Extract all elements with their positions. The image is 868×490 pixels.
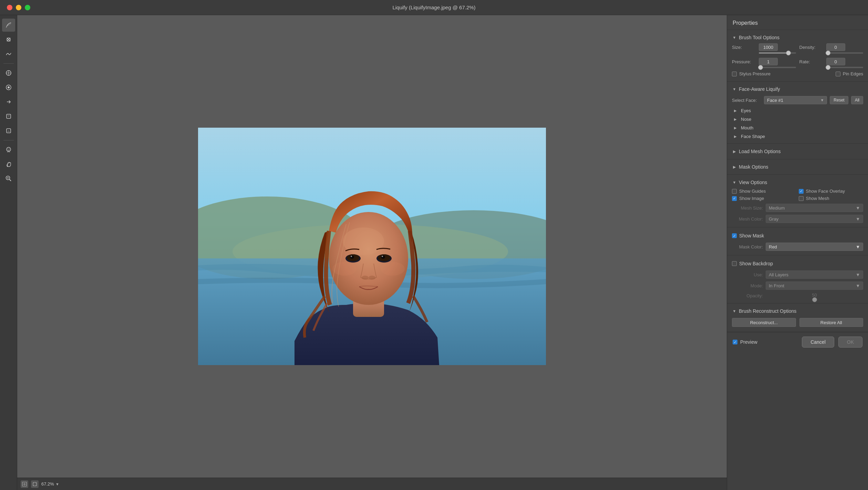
rate-label: Rate: bbox=[799, 59, 824, 64]
rate-value[interactable]: 0 bbox=[826, 58, 845, 65]
all-button[interactable]: All bbox=[851, 96, 863, 104]
face-shape-subsection[interactable]: ▶ Face Shape bbox=[727, 132, 868, 141]
show-mask-label: Show Mask bbox=[739, 233, 764, 238]
svg-point-32 bbox=[381, 262, 405, 276]
brush-tool-options-header[interactable]: ▼ Brush Tool Options bbox=[727, 33, 868, 42]
brush-reconstruct-header[interactable]: ▼ Brush Reconstruct Options bbox=[727, 306, 868, 316]
brush-options-chevron-icon: ▼ bbox=[732, 35, 737, 40]
nose-subsection[interactable]: ▶ Nose bbox=[727, 115, 868, 124]
bloat-tool-button[interactable] bbox=[2, 81, 15, 94]
face-tool-button[interactable] bbox=[2, 143, 15, 156]
face-aware-liquify-section: ▼ Face-Aware Liquify Select Face: Face #… bbox=[727, 82, 868, 144]
mesh-color-arrow-icon: ▼ bbox=[856, 216, 860, 222]
pin-edges-checkbox[interactable] bbox=[836, 72, 840, 76]
push-left-tool-button[interactable] bbox=[2, 95, 15, 108]
show-guides-checkbox[interactable] bbox=[732, 189, 737, 194]
use-dropdown[interactable]: All Layers ▼ bbox=[766, 270, 863, 279]
show-image-label: Show Image bbox=[739, 196, 764, 201]
canvas-container[interactable] bbox=[17, 15, 727, 478]
warp-tool-button[interactable] bbox=[2, 19, 15, 32]
mouth-subsection[interactable]: ▶ Mouth bbox=[727, 124, 868, 132]
close-button[interactable] bbox=[7, 5, 12, 10]
canvas-footer: 67.2% ▼ bbox=[17, 478, 727, 490]
zoom-display[interactable]: 67.2% ▼ bbox=[41, 481, 59, 487]
density-slider[interactable] bbox=[826, 52, 864, 54]
eyes-chevron-icon: ▶ bbox=[734, 109, 738, 113]
cancel-button[interactable]: Cancel bbox=[802, 337, 834, 348]
right-panel: Properties ▼ Brush Tool Options Size: 10… bbox=[727, 15, 868, 490]
mode-value: In Front bbox=[769, 283, 784, 288]
show-mask-check[interactable]: Show Mask bbox=[727, 230, 868, 241]
smooth-tool-button[interactable] bbox=[2, 47, 15, 61]
show-backdrop-check[interactable]: Show Backdrop bbox=[727, 258, 868, 269]
mesh-color-dropdown[interactable]: Gray ▼ bbox=[766, 215, 863, 223]
size-slider[interactable] bbox=[759, 52, 796, 54]
opacity-label: Opacity: bbox=[732, 293, 763, 298]
view-options-header[interactable]: ▼ View Options bbox=[727, 178, 868, 187]
pucker-tool-button[interactable] bbox=[2, 66, 15, 79]
minimize-button[interactable] bbox=[16, 5, 21, 10]
density-value[interactable]: 0 bbox=[826, 43, 845, 51]
mask-color-row: Mask Color: Red ▼ bbox=[727, 241, 868, 252]
load-mesh-options-label: Load Mesh Options bbox=[739, 149, 781, 154]
svg-point-20 bbox=[343, 227, 384, 255]
use-arrow-icon: ▼ bbox=[856, 272, 860, 277]
stylus-pressure-check[interactable]: Stylus Pressure bbox=[732, 71, 771, 76]
show-mesh-check[interactable]: Show Mesh bbox=[799, 196, 864, 201]
show-image-check[interactable]: Show Image bbox=[732, 196, 797, 201]
show-guides-check[interactable]: Show Guides bbox=[732, 189, 797, 194]
rate-slider[interactable] bbox=[826, 67, 864, 68]
thaw-mask-tool-button[interactable] bbox=[2, 124, 15, 137]
mask-color-dropdown[interactable]: Red ▼ bbox=[766, 243, 863, 251]
maximize-button[interactable] bbox=[25, 5, 30, 10]
show-mask-checkbox[interactable] bbox=[732, 233, 737, 238]
panel-title: Properties bbox=[727, 15, 868, 30]
mouth-label: Mouth bbox=[741, 125, 753, 130]
brush-reconstruct-label: Brush Reconstruct Options bbox=[739, 308, 796, 314]
show-image-checkbox[interactable] bbox=[732, 196, 737, 201]
svg-point-8 bbox=[9, 149, 10, 149]
show-mesh-checkbox[interactable] bbox=[799, 196, 804, 201]
freeze-mask-tool-button[interactable] bbox=[2, 110, 15, 123]
left-toolbar bbox=[0, 15, 17, 490]
zoom-tool-button[interactable] bbox=[2, 172, 15, 185]
preview-checkbox[interactable] bbox=[733, 340, 737, 344]
reconstruct-tool-button[interactable] bbox=[2, 33, 15, 46]
hand-tool-button[interactable] bbox=[2, 158, 15, 171]
pressure-value[interactable]: 1 bbox=[759, 58, 778, 65]
select-face-dropdown[interactable]: Face #1 ▼ bbox=[764, 96, 827, 104]
mode-dropdown[interactable]: In Front ▼ bbox=[766, 281, 863, 290]
pressure-label: Pressure: bbox=[732, 59, 756, 64]
mesh-size-dropdown[interactable]: Medium ▼ bbox=[766, 204, 863, 212]
pressure-slider[interactable] bbox=[759, 67, 796, 68]
new-view-icon[interactable] bbox=[21, 480, 28, 488]
show-face-overlay-checkbox[interactable] bbox=[799, 189, 804, 194]
mask-options-header[interactable]: ▶ Mask Options bbox=[727, 162, 868, 172]
face-aware-liquify-header[interactable]: ▼ Face-Aware Liquify bbox=[727, 84, 868, 94]
size-value[interactable]: 1000 bbox=[759, 43, 778, 51]
face-shape-chevron-icon: ▶ bbox=[734, 135, 738, 138]
mesh-color-value: Gray bbox=[769, 216, 778, 222]
restore-all-button[interactable]: Restore All bbox=[799, 318, 864, 327]
show-backdrop-checkbox[interactable] bbox=[732, 261, 737, 266]
brush-tool-options-section: ▼ Brush Tool Options Size: 1000 bbox=[727, 30, 868, 82]
eyes-subsection[interactable]: ▶ Eyes bbox=[727, 106, 868, 115]
reset-button[interactable]: Reset bbox=[830, 96, 848, 104]
canvas-image[interactable] bbox=[198, 128, 546, 365]
stylus-pin-row: Stylus Pressure Pin Edges bbox=[727, 69, 868, 78]
fit-view-icon[interactable] bbox=[31, 480, 39, 488]
svg-point-27 bbox=[381, 255, 385, 259]
use-label: Use: bbox=[732, 272, 763, 277]
brush-tool-options-label: Brush Tool Options bbox=[739, 35, 779, 40]
ok-button[interactable]: OK bbox=[838, 337, 862, 348]
stylus-pressure-checkbox[interactable] bbox=[732, 72, 737, 76]
mesh-size-label: Mesh Size: bbox=[732, 205, 763, 211]
toolbar-divider-1 bbox=[3, 63, 14, 64]
mesh-size-row: Mesh Size: Medium ▼ bbox=[727, 202, 868, 213]
density-label: Density: bbox=[799, 45, 824, 50]
show-backdrop-label: Show Backdrop bbox=[739, 261, 773, 266]
load-mesh-options-header[interactable]: ▶ Load Mesh Options bbox=[727, 147, 868, 156]
reconstruct-button[interactable]: Reconstruct... bbox=[732, 318, 796, 327]
pin-edges-check[interactable]: Pin Edges bbox=[836, 71, 863, 76]
show-face-overlay-check[interactable]: Show Face Overlay bbox=[799, 189, 864, 194]
